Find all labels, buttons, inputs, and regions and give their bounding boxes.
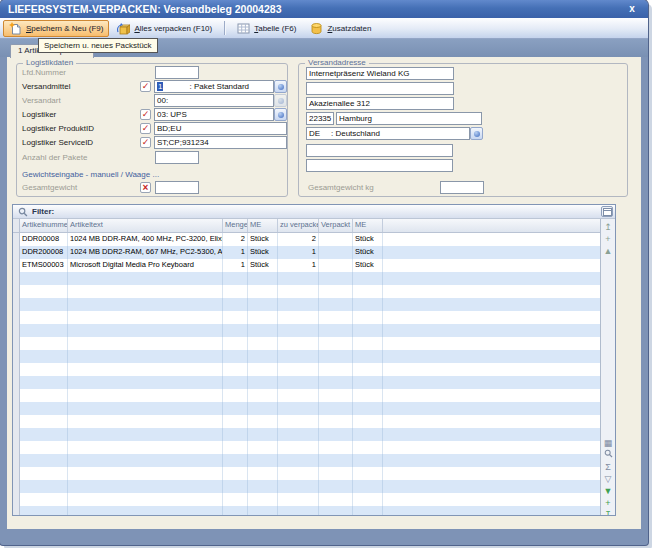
adresse-land-dropdown-button[interactable] bbox=[470, 127, 483, 140]
table-row[interactable]: DDR000081024 MB DDR-RAM, 400 MHz, PC-320… bbox=[13, 233, 600, 246]
close-button[interactable]: x bbox=[625, 1, 639, 16]
table-row[interactable] bbox=[13, 480, 600, 493]
grid-options-button[interactable] bbox=[601, 206, 613, 217]
table-row[interactable]: DDR2000081024 MB DDR2-RAM, 667 MHz, PC2-… bbox=[13, 246, 600, 259]
serviceid-field[interactable]: ST;CP;931234 bbox=[154, 136, 287, 149]
goto-last-icon[interactable]: ↧ bbox=[602, 509, 614, 516]
grid-cell bbox=[20, 389, 68, 402]
table-row[interactable] bbox=[13, 272, 600, 285]
table-row[interactable] bbox=[13, 389, 600, 402]
adresse-extra2-field[interactable] bbox=[306, 159, 453, 172]
adresse-name2-field[interactable] bbox=[306, 82, 454, 95]
column-header-2[interactable]: Menge bbox=[223, 219, 248, 232]
grid-cell bbox=[353, 402, 383, 415]
grid-cell bbox=[248, 311, 278, 324]
prev-row-icon[interactable]: ▲ bbox=[602, 245, 614, 257]
grid-cell bbox=[68, 493, 223, 506]
columns-icon[interactable]: ▦ bbox=[602, 437, 614, 449]
column-header-5[interactable]: Verpackt bbox=[319, 219, 353, 232]
grid-cell-filler bbox=[383, 428, 600, 441]
grid-cell bbox=[278, 298, 319, 311]
produktid-field[interactable]: BD;EU bbox=[154, 122, 287, 135]
versandmittel-field[interactable]: 1: Paket Standard bbox=[154, 80, 274, 93]
adresse-strasse-field[interactable]: Akazienallee 312 bbox=[306, 97, 454, 110]
grid-cell bbox=[353, 389, 383, 402]
adresse-land-field[interactable]: DE: Deutschland bbox=[306, 127, 470, 140]
row-indicator bbox=[13, 350, 20, 363]
article-grid-panel: Filter: ArtikelnummerArtikeltextMengeMEz… bbox=[12, 204, 616, 516]
goto-first-icon[interactable]: ↥ bbox=[602, 221, 614, 233]
adresse-name-field[interactable]: Internetpräsenz Wieland KG bbox=[306, 67, 454, 80]
table-row[interactable] bbox=[13, 493, 600, 506]
table-row[interactable] bbox=[13, 311, 600, 324]
table-row[interactable] bbox=[13, 337, 600, 350]
titlebar[interactable]: LIEFERSYSTEM-VERPACKEN: Versandbeleg 200… bbox=[0, 0, 648, 18]
grid-cell bbox=[278, 493, 319, 506]
table-row[interactable] bbox=[13, 441, 600, 454]
table-row[interactable] bbox=[13, 350, 600, 363]
adresse-ort-field[interactable]: Hamburg bbox=[336, 112, 482, 125]
gesamtgewicht-kg-field[interactable] bbox=[440, 181, 484, 194]
table-row[interactable] bbox=[13, 324, 600, 337]
anzahl-pakete-field[interactable] bbox=[155, 151, 199, 164]
append-row-icon[interactable]: + bbox=[602, 497, 614, 509]
grid-cell bbox=[20, 324, 68, 337]
table-row[interactable] bbox=[13, 506, 600, 515]
table-row[interactable] bbox=[13, 454, 600, 467]
next-row-icon[interactable]: ▼ bbox=[602, 485, 614, 497]
column-header-0[interactable]: Artikelnummer bbox=[20, 219, 68, 232]
column-header-3[interactable]: ME bbox=[248, 219, 278, 232]
grid-cell bbox=[20, 441, 68, 454]
table-row[interactable] bbox=[13, 428, 600, 441]
logistiker-dropdown-button[interactable] bbox=[274, 108, 287, 121]
filter-icon[interactable]: ▽ bbox=[602, 473, 614, 485]
lfd-nummer-field[interactable] bbox=[155, 66, 199, 79]
logistiker-check-icon[interactable]: ✓ bbox=[140, 109, 151, 120]
logistiker-field[interactable]: 03: UPS bbox=[154, 108, 274, 121]
adresse-extra1-field[interactable] bbox=[306, 144, 453, 157]
grid-cell-filler bbox=[383, 467, 600, 480]
table-row[interactable] bbox=[13, 376, 600, 389]
column-header-1[interactable]: Artikeltext bbox=[68, 219, 223, 232]
table-row[interactable] bbox=[13, 467, 600, 480]
grid-cell bbox=[223, 441, 248, 454]
column-header-6[interactable]: ME bbox=[353, 219, 383, 232]
grid-cell-filler bbox=[383, 259, 600, 272]
gesamtgewicht-field[interactable] bbox=[155, 181, 199, 194]
insert-row-icon[interactable]: + bbox=[602, 233, 614, 245]
grid-cell bbox=[319, 298, 353, 311]
versandmittel-check-icon[interactable]: ✓ bbox=[140, 81, 151, 92]
grid-cell bbox=[68, 428, 223, 441]
search-icon[interactable] bbox=[602, 449, 614, 461]
versandmittel-value: : Paket Standard bbox=[189, 82, 249, 91]
table-row[interactable] bbox=[13, 298, 600, 311]
row-indicator bbox=[13, 285, 20, 298]
grid-cell bbox=[248, 415, 278, 428]
pack-all-button[interactable]: Alles verpacken (F10) bbox=[111, 20, 218, 37]
row-indicator bbox=[13, 324, 20, 337]
versandmittel-dropdown-button[interactable] bbox=[274, 80, 287, 93]
table-row[interactable]: ETMS00003Microsoft Digital Media Pro Key… bbox=[13, 259, 600, 272]
gesamtgewicht-x-icon[interactable]: × bbox=[140, 182, 151, 193]
grid-cell bbox=[353, 363, 383, 376]
grid-cell bbox=[223, 337, 248, 350]
table-row[interactable] bbox=[13, 285, 600, 298]
serviceid-check-icon[interactable]: ✓ bbox=[140, 137, 151, 148]
column-header-4[interactable]: zu verpacke bbox=[278, 219, 319, 232]
table-row[interactable] bbox=[13, 402, 600, 415]
save-new-button[interactable]: Speichern & Neu (F9) bbox=[3, 20, 109, 37]
groupbox-versandadresse-title: Versandadresse bbox=[305, 58, 369, 67]
sum-icon[interactable]: Σ bbox=[602, 461, 614, 473]
table-row[interactable] bbox=[13, 415, 600, 428]
grid-cell bbox=[319, 376, 353, 389]
table-view-button[interactable]: Tabelle (F6) bbox=[231, 20, 302, 37]
table-row[interactable] bbox=[13, 363, 600, 376]
adresse-plz-field[interactable]: 22335 bbox=[306, 112, 334, 125]
grid-cell bbox=[68, 376, 223, 389]
row-indicator bbox=[13, 480, 20, 493]
grid-cell bbox=[353, 311, 383, 324]
new-document-icon bbox=[9, 22, 22, 35]
adresse-land-code: DE bbox=[309, 128, 331, 139]
extra-data-button[interactable]: Zusatzdaten bbox=[304, 20, 377, 37]
produktid-check-icon[interactable]: ✓ bbox=[140, 123, 151, 134]
